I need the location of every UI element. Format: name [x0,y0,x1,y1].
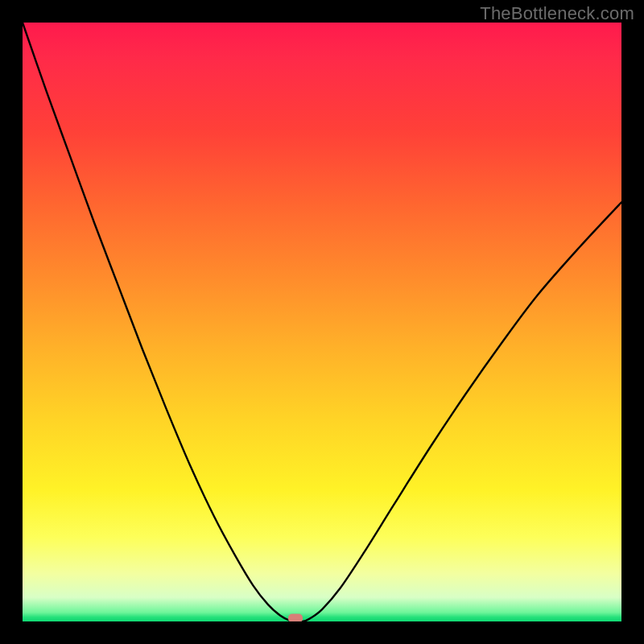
minimum-marker [288,614,303,622]
bottleneck-curve [23,23,621,621]
watermark-text: TheBottleneck.com [480,3,634,24]
plot-area [23,23,621,621]
chart-frame: TheBottleneck.com [0,0,644,644]
